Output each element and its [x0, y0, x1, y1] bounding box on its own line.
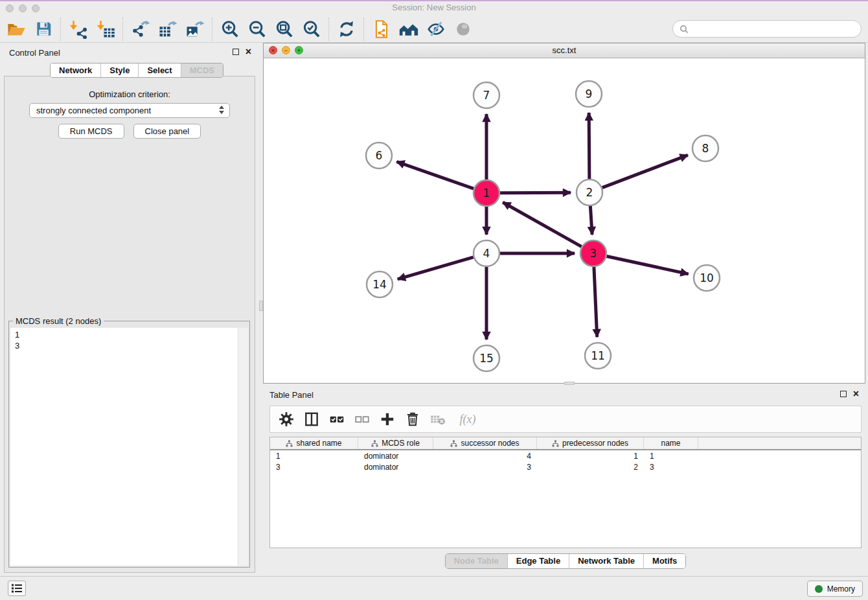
export-image-button[interactable]: [181, 17, 209, 41]
memory-status-icon: [815, 585, 823, 593]
plus-icon: [379, 411, 396, 428]
table-options-button[interactable]: [277, 410, 296, 428]
control-panel-title: Control Panel: [9, 48, 60, 58]
delete-table-button[interactable]: [428, 410, 448, 428]
network-frame-titlebar[interactable]: × − + scc.txt: [264, 43, 865, 58]
close-panel-icon[interactable]: ×: [246, 49, 251, 55]
window-zoom-button[interactable]: [32, 5, 40, 12]
zoom-fit-icon: [275, 19, 294, 39]
criterion-select[interactable]: strongly connected component: [29, 103, 230, 118]
edge-3-1[interactable]: [503, 202, 581, 246]
table-cell[interactable]: 3: [270, 463, 358, 472]
float-panel-icon[interactable]: [233, 49, 239, 55]
table-row[interactable]: 3dominator323: [270, 461, 861, 472]
table-row[interactable]: 1dominator411: [270, 450, 861, 461]
node-label-1: 1: [483, 187, 490, 200]
import-network-button[interactable]: [65, 17, 92, 41]
select-all-button[interactable]: [327, 410, 347, 428]
clone-network-button[interactable]: [368, 17, 395, 41]
memory-button[interactable]: Memory: [807, 581, 863, 597]
column-header-successor-nodes[interactable]: successor nodes: [433, 437, 537, 449]
export-table-icon: [158, 19, 177, 39]
mcds-result-lines: 13: [10, 328, 248, 352]
search-box: [672, 20, 862, 38]
select-stepper-icon: [219, 106, 224, 114]
tab-style[interactable]: Style: [101, 63, 139, 77]
deselect-all-button[interactable]: [352, 410, 372, 428]
show-columns-button[interactable]: [302, 410, 321, 428]
function-icon: f(x): [460, 413, 476, 426]
edge-2-3[interactable]: [590, 206, 592, 235]
column-header-shared-name[interactable]: shared name: [270, 437, 358, 449]
tab-motifs[interactable]: Motifs: [644, 554, 685, 568]
edge-3-11[interactable]: [594, 267, 597, 337]
tab-network[interactable]: Network: [51, 63, 101, 77]
export-table-button[interactable]: [154, 17, 181, 41]
edge-3-10[interactable]: [607, 256, 689, 273]
edge-2-9[interactable]: [589, 113, 589, 179]
tab-mcds[interactable]: MCDS: [181, 63, 223, 77]
optimization-criterion-label: Optimization criterion:: [5, 89, 255, 99]
mcds-result-line: 3: [15, 340, 244, 351]
table-cell[interactable]: 1: [537, 452, 644, 461]
column-header-name[interactable]: name: [644, 437, 698, 449]
export-network-icon: [131, 19, 150, 39]
search-input[interactable]: [692, 23, 854, 34]
frame-maximize-button[interactable]: +: [295, 46, 303, 54]
node-label-4: 4: [483, 247, 490, 260]
result-scrollbar[interactable]: [238, 328, 248, 566]
tab-edge-table[interactable]: Edge Table: [508, 554, 569, 568]
export-image-icon: [185, 19, 205, 39]
table-cell[interactable]: 3: [433, 463, 537, 472]
function-builder-button[interactable]: f(x): [453, 410, 482, 428]
eye-slash-icon: [426, 19, 446, 39]
frame-minimize-button[interactable]: −: [282, 46, 290, 54]
float-table-panel-icon[interactable]: [840, 391, 847, 397]
zoom-out-button[interactable]: [244, 17, 271, 41]
run-mcds-button[interactable]: Run MCDS: [58, 124, 124, 139]
table-cell[interactable]: dominator: [358, 452, 433, 461]
edge-1-6[interactable]: [396, 162, 474, 189]
table-cell[interactable]: 4: [433, 452, 537, 461]
delete-column-button[interactable]: [403, 410, 422, 428]
zoom-selected-button[interactable]: [298, 17, 325, 41]
close-table-panel-icon[interactable]: ×: [853, 391, 859, 397]
close-panel-button[interactable]: Close panel: [133, 124, 201, 139]
edge-4-14[interactable]: [398, 257, 474, 279]
window-close-button[interactable]: [6, 5, 14, 12]
frame-close-button[interactable]: ×: [269, 46, 277, 54]
tab-node-table[interactable]: Node Table: [446, 554, 508, 568]
gear-icon: [278, 411, 295, 428]
save-session-button[interactable]: [30, 17, 57, 41]
tab-network-table[interactable]: Network Table: [569, 554, 644, 568]
import-network-icon: [69, 19, 88, 39]
column-header-mcds-role[interactable]: MCDS role: [358, 437, 433, 449]
add-column-button[interactable]: [378, 410, 397, 428]
column-header-predecessor-nodes[interactable]: predecessor nodes: [537, 437, 644, 449]
zoom-in-button[interactable]: [216, 17, 244, 41]
mcds-result-area[interactable]: 13: [10, 328, 248, 566]
open-session-button[interactable]: [3, 17, 30, 41]
hide-panel-button[interactable]: [422, 17, 450, 41]
task-history-button[interactable]: [8, 581, 26, 596]
import-table-button[interactable]: [92, 17, 119, 41]
window-minimize-button[interactable]: [19, 5, 27, 12]
table-cell[interactable]: 1: [270, 452, 358, 461]
zoom-fit-button[interactable]: [271, 17, 298, 41]
tab-select[interactable]: Select: [139, 63, 181, 77]
sphere-button[interactable]: [450, 17, 477, 41]
table-panel-header: Table Panel ×: [263, 385, 868, 404]
export-network-button[interactable]: [127, 17, 154, 41]
network-canvas[interactable]: 7968124314101511: [264, 58, 865, 383]
edge-2-8[interactable]: [602, 155, 688, 187]
window-titlebar: Session: New Session: [0, 0, 868, 16]
node-label-2: 2: [586, 186, 593, 199]
table-cell[interactable]: 1: [644, 452, 698, 461]
edge-1-2[interactable]: [500, 192, 571, 193]
table-cell[interactable]: 2: [537, 463, 644, 472]
table-cell[interactable]: 3: [644, 463, 698, 472]
table-cell[interactable]: dominator: [358, 463, 433, 472]
toolbar-separator: [363, 17, 365, 41]
refresh-button[interactable]: [333, 17, 360, 41]
home-layout-button[interactable]: [395, 17, 422, 41]
